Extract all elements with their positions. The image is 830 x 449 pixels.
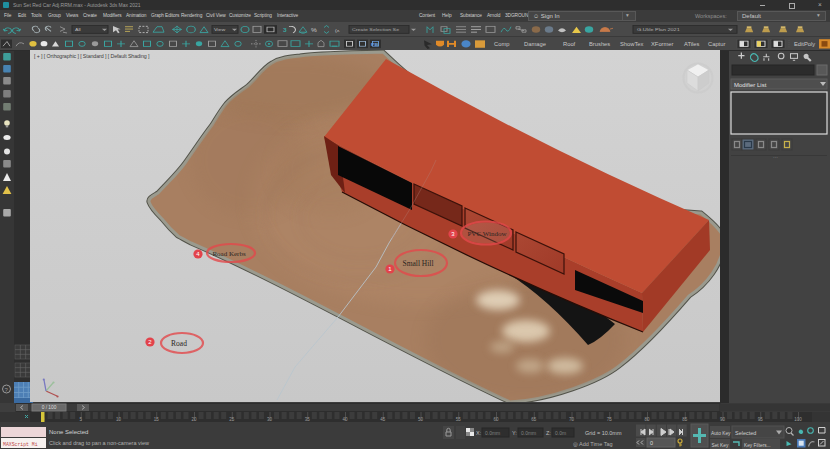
svg-text:Captur: Captur [708,41,726,46]
svg-text:%: % [311,27,317,32]
svg-text:0.0m: 0.0m [555,430,566,436]
svg-text:3: 3 [283,27,287,32]
svg-text:Roof: Roof [563,41,576,46]
svg-text:Key Filters...: Key Filters... [744,443,771,448]
svg-text:G.Ulile Plan 2021: G.Ulile Plan 2021 [637,28,680,32]
svg-text:?: ? [5,387,9,393]
svg-text:Comp: Comp [494,41,510,46]
svg-text:Click and drag to pan a non-ca: Click and drag to pan a non-camera view [49,440,149,446]
svg-text:0.0mm: 0.0mm [521,430,536,436]
svg-text:ShowTex: ShowTex [620,41,644,46]
svg-text:All: All [75,28,81,32]
svg-text:PVC Window: PVC Window [467,230,507,238]
svg-text:Selected: Selected [735,430,756,436]
svg-text:0 / 100: 0 / 100 [42,405,57,410]
svg-text:0.0mm: 0.0mm [485,430,500,436]
svg-text:Grid = 10.0mm: Grid = 10.0mm [585,430,622,436]
svg-text:Modifier List: Modifier List [734,82,767,88]
svg-text:(ʌ: (ʌ [335,28,340,32]
svg-text:ATiles: ATiles [684,41,700,46]
svg-text:Road Kerbs: Road Kerbs [212,250,246,258]
svg-text:Y:: Y: [512,430,517,436]
svg-text:EditPoly: EditPoly [794,41,816,46]
svg-text:...: ... [773,153,778,159]
svg-text:Small Hill: Small Hill [402,259,433,268]
svg-text:Create Selection Se: Create Selection Se [352,28,400,32]
svg-text:None Selected: None Selected [49,429,88,435]
svg-text:Z:: Z: [546,430,551,436]
svg-text:Set Key: Set Key [712,443,729,448]
svg-text:Brushes: Brushes [589,41,611,46]
svg-text:0: 0 [650,440,653,446]
svg-text:X:: X: [476,430,482,436]
svg-text:Road: Road [171,339,187,348]
svg-text:◎ Add Time Tag: ◎ Add Time Tag [573,441,613,447]
svg-text:Auto Key: Auto Key [711,431,731,436]
svg-text:View: View [214,28,226,32]
svg-text:Damage: Damage [524,41,546,46]
svg-text:PB: PB [371,43,379,47]
svg-text:[ + ] [ Orthographic ] [ Stand: [ + ] [ Orthographic ] [ Standard ] [ De… [34,53,150,59]
svg-text:XFormer: XFormer [651,41,674,46]
svg-text:MAXScript Mi: MAXScript Mi [3,442,38,447]
